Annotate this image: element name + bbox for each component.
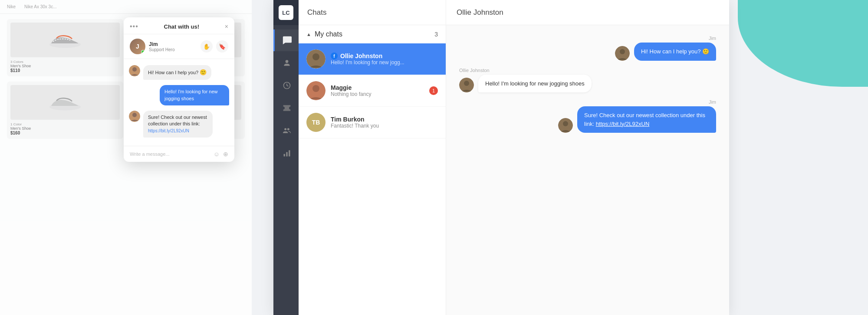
message-row: Hi! How can I help you? 🙂 bbox=[129, 65, 229, 80]
shoe-icon bbox=[48, 92, 82, 113]
product-card: 1 Color Men's Shoe $160 bbox=[7, 82, 123, 139]
chat-messages-area: Jim Hi! How can I help you? 🙂 bbox=[446, 25, 729, 315]
widget-footer-actions: ☺ ⊕ bbox=[214, 151, 228, 158]
chat-msg-sender-3: Jim bbox=[709, 99, 716, 105]
product-price-1: $110 bbox=[10, 68, 120, 73]
chat-message-row-3: Jim Sure! Check out our newest collectio… bbox=[459, 99, 716, 133]
message-avatar bbox=[129, 111, 140, 122]
my-chats-label: My chats bbox=[315, 30, 342, 38]
product-card: 3 Colors Men's Shoe $110 bbox=[7, 19, 123, 76]
chat-item-name-tim: Tim Burkon bbox=[331, 116, 438, 123]
agent-details: Jim Support Hero bbox=[149, 41, 174, 52]
product-image bbox=[10, 85, 120, 120]
chat-msg-content-2: Hello! I'm looking for new jogging shoes bbox=[459, 75, 592, 93]
my-chats-chevron-icon: ▲ bbox=[306, 32, 311, 37]
widget-close-button[interactable]: × bbox=[225, 23, 228, 30]
jim-avatar-icon bbox=[615, 46, 630, 61]
my-chats-header[interactable]: ▲ My chats 3 bbox=[299, 25, 446, 43]
chat-item-maggie[interactable]: Maggie Nothing too fancy 1 bbox=[299, 75, 446, 107]
agent-name: Jim bbox=[149, 41, 174, 47]
logo-box: LC bbox=[279, 5, 293, 20]
chats-icon bbox=[282, 36, 292, 45]
message-avatar bbox=[129, 65, 140, 76]
reports-icon bbox=[283, 149, 291, 158]
widget-agent-bar: J Jim Support Hero ✋ 🔖 bbox=[124, 34, 234, 59]
my-chats-section: ▲ My chats 3 f Ollie Johnsto bbox=[299, 25, 446, 138]
svg-point-22 bbox=[464, 81, 469, 86]
chat-msg-avatar-jim-3 bbox=[558, 118, 573, 133]
widget-title: Chat with us! bbox=[164, 23, 200, 30]
ecommerce-col2: Nike Ax 30x 3c... bbox=[24, 4, 56, 9]
chat-item-preview-maggie: Nothing too fancy bbox=[331, 91, 424, 97]
agent-action-bookmark-button[interactable]: 🔖 bbox=[216, 40, 228, 52]
product-label-1: Men's Shoe bbox=[10, 64, 120, 68]
attach-button[interactable]: ⊕ bbox=[223, 151, 228, 158]
sidebar-item-teams[interactable] bbox=[273, 120, 299, 141]
sidebar-item-reports[interactable] bbox=[273, 142, 299, 164]
sidebar-item-contacts[interactable] bbox=[273, 52, 299, 74]
agent-action-hand-button[interactable]: ✋ bbox=[201, 40, 213, 52]
product-colors-3: 1 Color bbox=[10, 122, 120, 126]
my-chats-count: 3 bbox=[434, 31, 438, 38]
agent-avatar: J bbox=[130, 39, 145, 54]
svg-point-8 bbox=[285, 60, 288, 63]
chat-window-title: Ollie Johnston bbox=[457, 8, 503, 17]
sidebar-item-chats[interactable] bbox=[273, 30, 299, 51]
widget-header: ••• Chat with us! × bbox=[124, 17, 234, 34]
my-chats-title-row: ▲ My chats bbox=[306, 30, 342, 38]
chat-list-header: Chats bbox=[299, 0, 446, 25]
emoji-button[interactable]: ☺ bbox=[214, 151, 220, 158]
chat-msg-content-1: Hi! How can I help you? 🙂 bbox=[615, 43, 716, 61]
sidebar-item-history[interactable] bbox=[273, 75, 299, 96]
product-image bbox=[10, 23, 120, 57]
agent-role: Support Hero bbox=[149, 47, 174, 52]
chat-message-row-1: Jim Hi! How can I help you? 🙂 bbox=[459, 36, 716, 61]
chat-msg-bubble-3: Sure! Check out our newest collection un… bbox=[577, 106, 716, 133]
product-price-3: $160 bbox=[10, 131, 120, 135]
chat-item-ollie[interactable]: f Ollie Johnston Hello! I'm looking for … bbox=[299, 43, 446, 75]
chat-msg-content-3: Sure! Check out our newest collection un… bbox=[558, 106, 716, 133]
chat-item-preview-tim: Fantastic! Thank you bbox=[331, 123, 438, 129]
chat-item-preview-ollie: Hello! I'm looking for new jogg... bbox=[331, 59, 438, 66]
svg-point-11 bbox=[287, 128, 289, 130]
livechat-sidebar: LC bbox=[273, 0, 299, 315]
message-row: Hello! I'm looking for new jogging shoes bbox=[129, 85, 229, 105]
message-row: Sure! Check out our newest collection un… bbox=[129, 111, 229, 138]
ecommerce-col1: Nike bbox=[7, 4, 16, 9]
chat-window-header: Ollie Johnston bbox=[446, 0, 729, 25]
chat-item-info-maggie: Maggie Nothing too fancy bbox=[331, 84, 424, 97]
sidebar-item-tickets[interactable] bbox=[273, 97, 299, 119]
svg-point-24 bbox=[563, 121, 568, 126]
background-decoration bbox=[738, 0, 868, 87]
contacts-icon bbox=[283, 59, 291, 67]
svg-rect-12 bbox=[283, 154, 285, 157]
chat-msg-avatar-jim-1 bbox=[615, 46, 630, 61]
agent-face-icon bbox=[129, 65, 140, 76]
chat-widget: ••• Chat with us! × J Jim Support Hero ✋… bbox=[124, 17, 234, 162]
shoe-icon bbox=[48, 29, 82, 51]
livechat-chat-list: Chats ▲ My chats 3 bbox=[299, 0, 446, 315]
svg-rect-14 bbox=[289, 150, 290, 156]
teams-icon bbox=[283, 126, 291, 135]
svg-point-7 bbox=[132, 113, 137, 117]
svg-point-5 bbox=[132, 67, 137, 72]
chat-item-name-maggie: Maggie bbox=[331, 84, 424, 91]
widget-messages: Hi! How can I help you? 🙂 Hello! I'm loo… bbox=[124, 59, 234, 146]
chat-msg-bubble-2: Hello! I'm looking for new jogging shoes bbox=[478, 75, 592, 93]
chat-item-badge-maggie: 1 bbox=[429, 86, 438, 95]
chat-msg-bubble-1: Hi! How can I help you? 🙂 bbox=[634, 43, 716, 61]
livechat-panel: LC bbox=[273, 0, 729, 315]
widget-input-placeholder[interactable]: Write a message... bbox=[130, 151, 170, 157]
ollie-avatar-image bbox=[306, 49, 326, 69]
agent-info: J Jim Support Hero bbox=[130, 39, 174, 54]
chat-message-row-2: Ollie Johnston Hello! I'm looking for ne… bbox=[459, 68, 716, 93]
ecommerce-header: Nike Nike Ax 30x 3c... bbox=[0, 0, 252, 14]
widget-dots[interactable]: ••• bbox=[130, 23, 138, 30]
chat-item-tim[interactable]: TB Tim Burkon Fantastic! Thank you bbox=[299, 107, 446, 138]
chat-avatar-tim: TB bbox=[306, 113, 326, 132]
livechat-logo: LC bbox=[273, 0, 299, 25]
jim-avatar-icon bbox=[558, 118, 573, 133]
livechat-nav bbox=[273, 25, 299, 315]
svg-point-20 bbox=[620, 49, 625, 54]
tickets-icon bbox=[283, 104, 291, 112]
